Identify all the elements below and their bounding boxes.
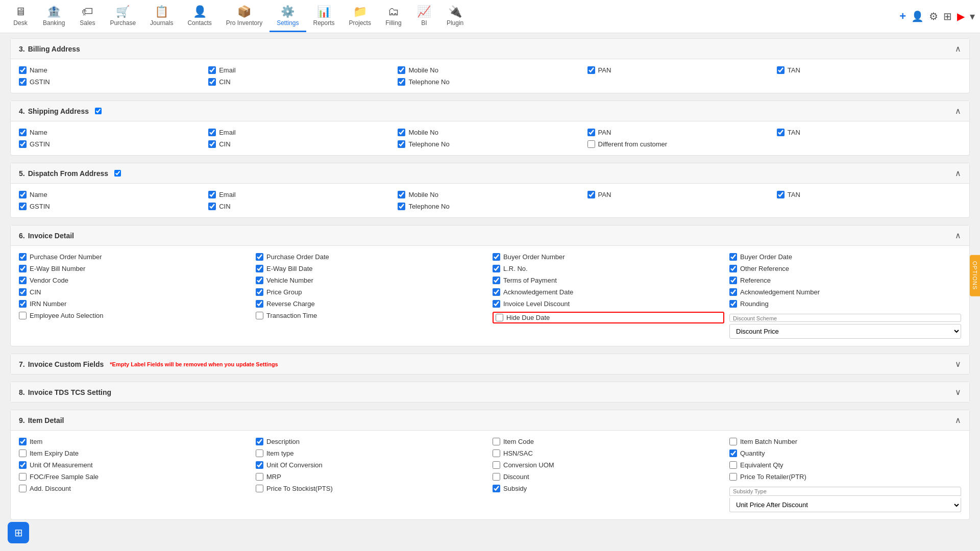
item-mrp-checkbox[interactable] xyxy=(256,473,263,481)
item-discount-checkbox[interactable] xyxy=(493,473,500,481)
invoice-cin-checkbox[interactable] xyxy=(19,288,27,296)
ack-number-checkbox[interactable] xyxy=(729,288,737,296)
billing-tan-checkbox[interactable] xyxy=(777,66,785,74)
item-batch-checkbox[interactable] xyxy=(729,438,737,445)
nav-journals[interactable]: 📋 Journals xyxy=(143,1,180,32)
lr-no-checkbox[interactable] xyxy=(493,265,500,272)
options-tab[interactable]: OPTIONS xyxy=(970,255,980,296)
nav-banking[interactable]: 🏦 Banking xyxy=(36,1,72,32)
item-equivalent-qty-checkbox[interactable] xyxy=(729,461,737,469)
nav-reports[interactable]: 📊 Reports xyxy=(306,1,342,32)
reverse-charge-checkbox[interactable] xyxy=(256,300,263,308)
bottom-left-grid-icon[interactable]: ⊞ xyxy=(8,522,29,532)
buyer-order-date-checkbox[interactable] xyxy=(729,253,737,261)
po-number-checkbox[interactable] xyxy=(19,253,27,261)
item-code-checkbox[interactable] xyxy=(493,438,500,445)
shipping-tan-checkbox[interactable] xyxy=(777,129,785,136)
item-expiry-checkbox[interactable] xyxy=(19,449,27,457)
dispatch-section-checkbox[interactable] xyxy=(114,170,121,177)
invoice-level-discount-checkbox[interactable] xyxy=(493,300,500,308)
shipping-gstin-checkbox[interactable] xyxy=(19,140,27,148)
shipping-address-header[interactable]: 4. Shipping Address ∧ xyxy=(11,101,969,121)
shipping-email-checkbox[interactable] xyxy=(208,129,216,136)
youtube-icon[interactable]: ▶ xyxy=(957,10,965,22)
dispatch-gstin-checkbox[interactable] xyxy=(19,203,27,210)
user-icon[interactable]: 👤 xyxy=(911,10,924,22)
po-date-checkbox[interactable] xyxy=(256,253,263,261)
transaction-time-checkbox[interactable] xyxy=(256,312,263,319)
irn-checkbox[interactable] xyxy=(19,300,27,308)
dispatch-email-checkbox[interactable] xyxy=(208,191,216,198)
item-uom-checkbox[interactable] xyxy=(19,461,27,469)
item-add-discount-checkbox[interactable] xyxy=(19,485,27,492)
nav-projects[interactable]: 📁 Projects xyxy=(342,1,378,32)
dispatch-tan-checkbox[interactable] xyxy=(777,191,785,198)
vendor-code-checkbox[interactable] xyxy=(19,277,27,284)
nav-contacts[interactable]: 👤 Contacts xyxy=(180,1,218,32)
item-hsn-checkbox[interactable] xyxy=(493,449,500,457)
billing-pan-checkbox[interactable] xyxy=(587,66,595,74)
item-ptr-checkbox[interactable] xyxy=(729,473,737,481)
employee-auto-checkbox[interactable] xyxy=(19,312,27,319)
invoice-detail-header[interactable]: 6. Invoice Detail ∧ xyxy=(11,226,969,246)
dispatch-cin-checkbox[interactable] xyxy=(208,203,216,210)
billing-email-checkbox[interactable] xyxy=(208,66,216,74)
item-description-checkbox[interactable] xyxy=(256,438,263,445)
item-subsidy-checkbox[interactable] xyxy=(493,485,500,492)
item-conversion-uom-checkbox[interactable] xyxy=(493,461,500,469)
discount-scheme-select[interactable]: Discount Price xyxy=(729,324,961,339)
item-unit-conversion-checkbox[interactable] xyxy=(256,461,263,469)
item-detail-header[interactable]: 9. Item Detail ∧ xyxy=(11,410,969,431)
nav-settings[interactable]: ⚙️ Settings xyxy=(270,1,306,32)
custom-fields-header[interactable]: 7. Invoice Custom Fields *Empty Label Fi… xyxy=(11,354,969,374)
nav-bi[interactable]: 📈 BI xyxy=(409,1,439,32)
eway-number-checkbox[interactable] xyxy=(19,265,27,272)
nav-sales[interactable]: 🏷 Sales xyxy=(72,1,103,32)
shipping-cin-checkbox[interactable] xyxy=(208,140,216,148)
ack-date-checkbox[interactable] xyxy=(493,288,500,296)
vehicle-number-checkbox[interactable] xyxy=(256,277,263,284)
billing-gstin-checkbox[interactable] xyxy=(19,78,27,86)
shipping-mobile-checkbox[interactable] xyxy=(398,129,405,136)
rounding-checkbox[interactable] xyxy=(729,300,737,308)
buyer-order-number-checkbox[interactable] xyxy=(493,253,500,261)
nav-desk[interactable]: 🖥 Desk xyxy=(5,1,36,32)
shipping-section-checkbox[interactable] xyxy=(95,108,102,114)
price-group-checkbox[interactable] xyxy=(256,288,263,296)
nav-plugin[interactable]: 🔌 Plugin xyxy=(439,1,471,32)
reference-checkbox[interactable] xyxy=(729,277,737,284)
gear-icon[interactable]: ⚙ xyxy=(929,10,938,22)
add-icon[interactable]: + xyxy=(899,10,906,23)
shipping-pan-checkbox[interactable] xyxy=(587,129,595,136)
subsidy-type-select[interactable]: Unit Price After Discount xyxy=(729,498,961,512)
dispatch-pan-checkbox[interactable] xyxy=(587,191,595,198)
item-type-checkbox[interactable] xyxy=(256,449,263,457)
grid-icon[interactable]: ⊞ xyxy=(943,10,952,22)
dispatch-name-checkbox[interactable] xyxy=(19,191,27,198)
nav-pro-inventory[interactable]: 📦 Pro Inventory xyxy=(219,1,270,32)
shipping-name-checkbox[interactable] xyxy=(19,129,27,136)
item-fields-grid: Item Item Expiry Date Unit Of Measuremen… xyxy=(19,438,961,512)
dispatch-telephone-checkbox[interactable] xyxy=(398,203,405,210)
dispatch-address-header[interactable]: 5. Dispatch From Address ∧ xyxy=(11,163,969,184)
chevron-down-icon[interactable]: ▾ xyxy=(970,10,975,22)
item-checkbox[interactable] xyxy=(19,438,27,445)
item-foc-checkbox[interactable] xyxy=(19,473,27,481)
tds-header[interactable]: 8. Invoice TDS TCS Setting ∨ xyxy=(11,382,969,402)
hide-due-date-checkbox[interactable] xyxy=(496,314,503,321)
billing-cin-checkbox[interactable] xyxy=(208,78,216,86)
billing-address-header[interactable]: 3. Billing Address ∧ xyxy=(11,39,969,59)
item-quantity-checkbox[interactable] xyxy=(729,449,737,457)
billing-mobile-checkbox[interactable] xyxy=(398,66,405,74)
nav-filling[interactable]: 🗂 Filling xyxy=(378,1,409,32)
nav-purchase[interactable]: 🛒 Purchase xyxy=(103,1,143,32)
eway-date-checkbox[interactable] xyxy=(256,265,263,272)
other-reference-checkbox[interactable] xyxy=(729,265,737,272)
terms-payment-checkbox[interactable] xyxy=(493,277,500,284)
item-pts-checkbox[interactable] xyxy=(256,485,263,492)
shipping-telephone-checkbox[interactable] xyxy=(398,140,405,148)
shipping-different-checkbox[interactable] xyxy=(587,140,595,148)
billing-name-checkbox[interactable] xyxy=(19,66,27,74)
billing-telephone-checkbox[interactable] xyxy=(398,78,405,86)
dispatch-mobile-checkbox[interactable] xyxy=(398,191,405,198)
